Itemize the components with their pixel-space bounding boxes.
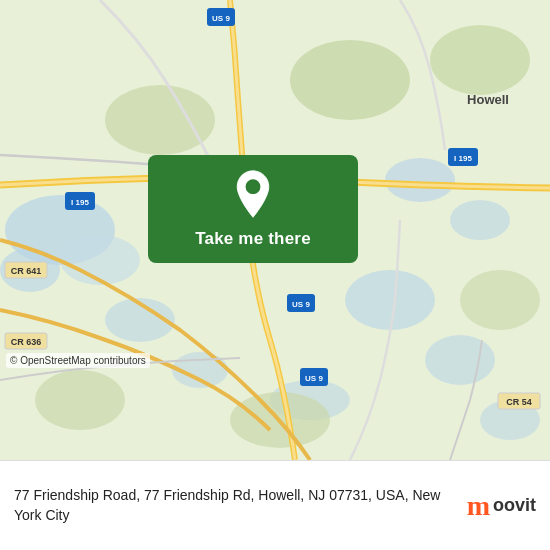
svg-point-12: [290, 40, 410, 120]
location-pin-icon: [230, 169, 276, 221]
svg-text:CR 54: CR 54: [506, 397, 532, 407]
moovit-oovit: oovit: [493, 495, 536, 516]
svg-point-6: [345, 270, 435, 330]
moovit-m: m: [467, 490, 490, 522]
svg-text:I 195: I 195: [454, 154, 472, 163]
svg-text:Howell: Howell: [467, 92, 509, 107]
svg-text:US 9: US 9: [305, 374, 323, 383]
map-container: US 9 I 195 I 195 US 9 US 9 Howell CR 641…: [0, 0, 550, 460]
svg-point-5: [450, 200, 510, 240]
svg-point-3: [60, 235, 140, 285]
address-text: 77 Friendship Road, 77 Friendship Rd, Ho…: [14, 486, 457, 525]
svg-point-16: [35, 370, 125, 430]
svg-point-13: [430, 25, 530, 95]
svg-point-7: [425, 335, 495, 385]
svg-text:US 9: US 9: [212, 14, 230, 23]
svg-text:I 195: I 195: [71, 198, 89, 207]
svg-point-17: [460, 270, 540, 330]
info-bar: 77 Friendship Road, 77 Friendship Rd, Ho…: [0, 460, 550, 550]
osm-attribution: © OpenStreetMap contributors: [6, 353, 150, 368]
svg-point-4: [385, 158, 455, 202]
svg-point-35: [246, 179, 261, 194]
svg-text:CR 641: CR 641: [11, 266, 42, 276]
take-me-there-button[interactable]: Take me there: [148, 155, 358, 263]
svg-point-14: [105, 85, 215, 155]
attribution-text: © OpenStreetMap contributors: [10, 355, 146, 366]
svg-text:US 9: US 9: [292, 300, 310, 309]
svg-text:CR 636: CR 636: [11, 337, 42, 347]
moovit-logo: moovit: [467, 490, 536, 522]
button-label: Take me there: [195, 229, 311, 249]
